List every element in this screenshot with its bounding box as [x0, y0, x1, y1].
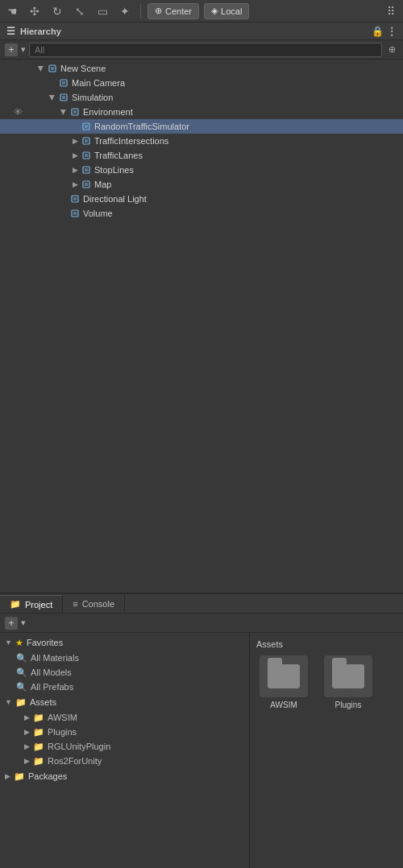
svg-rect-11 [85, 139, 88, 143]
tab-project[interactable]: 📁 Project [0, 595, 63, 613]
svg-rect-15 [85, 168, 88, 172]
hierarchy-panel: ☰ Hierarchy 🔒 ⋮ + ▾ ⊕ ▶ New Scene [0, 23, 403, 594]
rect-tool-icon[interactable]: ▭ [93, 2, 111, 20]
rgl-folder-item[interactable]: ▶ 📁 RGLUnityPlugin [0, 739, 249, 754]
arrow-main-camera: ▶ [47, 79, 58, 87]
tree-item-volume[interactable]: ▶ Volume [0, 206, 403, 221]
ros2-label: Ros2ForUnity [48, 756, 102, 766]
tree-item-traffic-lanes[interactable]: ▶ TrafficLanes [0, 148, 403, 163]
project-tab-icon: 📁 [10, 599, 21, 610]
awsim-folder-item[interactable]: ▶ 📁 AWSIM [0, 710, 249, 725]
label-sl: StopLines [94, 165, 134, 175]
all-materials-item[interactable]: 🔍 All Materials [0, 651, 249, 665]
awsim-folder-icon: 📁 [33, 713, 44, 723]
center-icon: ⊕ [155, 6, 162, 16]
project-add-button[interactable]: + [5, 617, 18, 630]
transform-tool-icon[interactable]: ✦ [116, 2, 134, 20]
all-prefabs-item[interactable]: 🔍 All Prefabs [0, 680, 249, 694]
hierarchy-tree: ▶ New Scene ▶ Main Camera [0, 60, 403, 593]
label-ti: TrafficIntersections [94, 136, 168, 146]
all-models-label: All Models [31, 668, 72, 677]
svg-rect-21 [73, 212, 77, 215]
favorites-section[interactable]: ▼ ★ Favorites [0, 634, 249, 651]
cube-icon-tl [81, 150, 92, 161]
tree-item-simulation[interactable]: ▶ Simulation [0, 90, 403, 105]
cube-icon-dl [69, 193, 81, 205]
hierarchy-panel-header: ☰ Hierarchy 🔒 ⋮ [0, 23, 403, 40]
add-arrow-icon[interactable]: ▾ [21, 44, 26, 55]
packages-arrow-icon: ▶ [5, 772, 10, 780]
tree-item-stop-lines[interactable]: ▶ StopLines [0, 163, 403, 177]
arrow-rts: ▶ [69, 122, 81, 130]
arrow-ti[interactable]: ▶ [69, 137, 81, 145]
center-label: Center [165, 6, 192, 16]
hand-tool-icon[interactable]: ☚ [3, 2, 21, 20]
console-tab-label: Console [82, 599, 114, 609]
arrow-tl[interactable]: ▶ [69, 151, 81, 159]
hamburger-icon[interactable]: ☰ [6, 26, 15, 37]
favorites-arrow-icon: ▼ [5, 639, 12, 647]
rgl-arrow-icon: ▶ [24, 742, 30, 750]
asset-label-awsim: AWSIM [270, 701, 297, 709]
awsim-label: AWSIM [48, 713, 77, 722]
tree-item-map[interactable]: ▶ Map [0, 177, 403, 192]
plugins-label: Plugins [48, 727, 77, 737]
assets-section[interactable]: ▼ 📁 Assets [0, 694, 249, 710]
arrow-dl: ▶ [58, 195, 69, 203]
local-button[interactable]: ◈ Local [204, 3, 249, 19]
favorites-label: Favorites [27, 638, 63, 647]
arrow-new-scene[interactable]: ▶ [37, 63, 45, 74]
assets-grid: AWSIM Plugins [256, 655, 397, 709]
ros2-arrow-icon: ▶ [24, 757, 30, 765]
add-object-button[interactable]: + [5, 43, 18, 56]
svg-rect-1 [51, 67, 54, 70]
scale-tool-icon[interactable]: ⤡ [71, 2, 89, 20]
tab-console[interactable]: ≡ Console [63, 595, 125, 613]
project-add-arrow-icon[interactable]: ▾ [21, 618, 26, 628]
tree-item-random-traffic[interactable]: ▶ RandomTrafficSimulator [0, 119, 403, 134]
cube-icon-rts [81, 121, 92, 132]
plugins-folder-item[interactable]: ▶ 📁 Plugins [0, 725, 249, 739]
center-button[interactable]: ⊕ Center [147, 3, 199, 19]
label-main-camera: Main Camera [72, 78, 125, 88]
main-toolbar: ☚ ✣ ↻ ⤡ ▭ ✦ ⊕ Center ◈ Local ⠿ [0, 0, 403, 23]
move-tool-icon[interactable]: ✣ [26, 2, 44, 20]
assets-content-title: Assets [256, 639, 397, 649]
svg-rect-3 [62, 81, 65, 85]
search-sym-prefabs: 🔍 [16, 682, 27, 692]
cube-icon-new-scene [47, 63, 58, 74]
search-icon[interactable]: ⊕ [385, 43, 398, 56]
grid-icon[interactable]: ⠿ [382, 2, 400, 20]
cube-icon-vol [69, 208, 81, 219]
project-tab-label: Project [25, 600, 52, 610]
cube-icon-environment [69, 106, 81, 118]
more-icon[interactable]: ⋮ [387, 26, 397, 37]
hierarchy-search-input[interactable] [29, 43, 382, 57]
ros2-folder-icon: 📁 [33, 756, 44, 767]
tree-item-traffic-intersections[interactable]: ▶ TrafficIntersections [0, 134, 403, 148]
svg-rect-19 [73, 197, 77, 200]
panel-header-icons: 🔒 ⋮ [372, 26, 397, 37]
tree-item-main-camera[interactable]: ▶ Main Camera [0, 76, 403, 90]
search-sym-models: 🔍 [16, 668, 27, 678]
packages-section[interactable]: ▶ 📁 Packages [0, 768, 249, 784]
asset-folder-plugins [324, 655, 372, 697]
toolbar-separator-1 [140, 4, 141, 19]
all-models-item[interactable]: 🔍 All Models [0, 665, 249, 680]
arrow-map[interactable]: ▶ [69, 180, 81, 188]
tabs-bar: 📁 Project ≡ Console [0, 594, 403, 614]
bottom-area: 📁 Project ≡ Console + ▾ ▼ ★ Favorites 🔍 … [0, 594, 403, 868]
lock-icon[interactable]: 🔒 [372, 26, 384, 37]
ros2-folder-item[interactable]: ▶ 📁 Ros2ForUnity [0, 754, 249, 768]
arrow-environment[interactable]: ▶ [60, 106, 68, 118]
asset-item-plugins[interactable]: Plugins [321, 655, 376, 709]
project-content: Assets AWSIM Plugins [250, 633, 403, 868]
rotate-tool-icon[interactable]: ↻ [48, 2, 66, 20]
tree-item-new-scene[interactable]: ▶ New Scene [0, 61, 403, 76]
tree-item-environment[interactable]: 👁 ▶ Environment [0, 105, 403, 119]
arrow-simulation[interactable]: ▶ [48, 92, 56, 103]
tree-item-directional-light[interactable]: ▶ Directional Light [0, 192, 403, 206]
arrow-sl[interactable]: ▶ [69, 166, 81, 174]
asset-item-awsim[interactable]: AWSIM [256, 655, 311, 709]
label-new-scene: New Scene [60, 64, 106, 73]
